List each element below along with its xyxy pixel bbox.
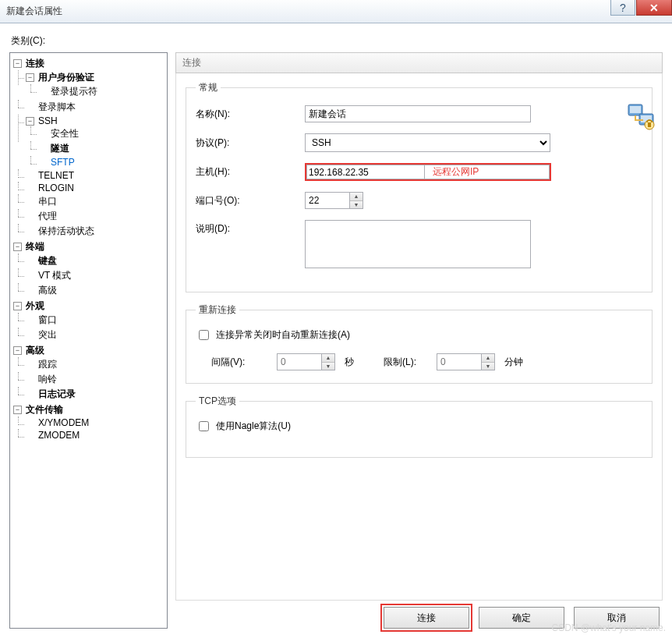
tree-login-prompt[interactable]: 登录提示符 <box>38 85 165 98</box>
limit-spinner: ▲▼ <box>482 353 495 370</box>
tree-telnet[interactable]: TELNET <box>26 170 165 181</box>
tree-trace[interactable]: 跟踪 <box>26 358 165 371</box>
interval-unit: 秒 <box>345 356 354 369</box>
limit-label: 限制(L): <box>384 356 430 369</box>
host-label: 主机(H): <box>196 165 305 179</box>
tree-keyboard[interactable]: 键盘 <box>26 254 165 268</box>
tree-rlogin[interactable]: RLOGIN <box>26 183 165 193</box>
tree-window[interactable]: 窗口 <box>26 314 165 327</box>
tree-serial[interactable]: 串口 <box>26 195 165 208</box>
desc-label: 说明(D): <box>196 220 305 236</box>
nagle-checkbox[interactable] <box>199 421 209 431</box>
tree-zmodem[interactable]: ZMODEM <box>26 430 165 441</box>
spin-up-icon: ▲ <box>482 354 494 363</box>
spin-up-icon: ▲ <box>322 354 334 363</box>
general-group: 常规 名称(N): 协议(P): SSH 主机(H): <box>186 81 653 292</box>
panel-title: 连接 <box>175 52 663 73</box>
tree-sftp[interactable]: SFTP <box>38 157 165 168</box>
tcp-group: TCP选项 使用Nagle算法(U) <box>186 395 653 458</box>
tree-ssh[interactable]: −SSH <box>26 115 165 126</box>
limit-unit: 分钟 <box>504 356 523 369</box>
port-label: 端口号(O): <box>196 194 305 207</box>
collapse-icon[interactable]: − <box>13 59 22 68</box>
host-annotation: 远程公网IP <box>425 165 550 179</box>
tree-proxy[interactable]: 代理 <box>26 210 165 223</box>
content-area: −连接 −用户身份验证 登录提示符 登录脚本 −SSH 安全性 <box>9 52 663 629</box>
tree-highlight[interactable]: 突出 <box>26 328 165 342</box>
interval-spinner: ▲▼ <box>322 353 335 370</box>
collapse-icon[interactable]: − <box>26 117 34 126</box>
name-label: 名称(N): <box>196 108 305 121</box>
tree-terminal[interactable]: −终端 <box>13 240 165 253</box>
close-button[interactable]: ✕ <box>636 0 672 16</box>
limit-input <box>437 353 482 370</box>
host-input[interactable] <box>306 165 425 179</box>
spin-down-icon: ▼ <box>322 363 334 370</box>
tcp-legend: TCP选项 <box>196 395 239 408</box>
window-controls: ? ✕ <box>610 0 672 16</box>
collapse-icon[interactable]: − <box>13 346 22 355</box>
spin-down-icon[interactable]: ▼ <box>350 201 363 209</box>
host-highlight: 远程公网IP <box>305 163 551 181</box>
tree-vt[interactable]: VT 模式 <box>26 269 165 282</box>
category-label: 类别(C): <box>11 34 663 48</box>
tree-user-auth[interactable]: −用户身份验证 <box>26 71 165 84</box>
tree-keepalive[interactable]: 保持活动状态 <box>26 225 165 238</box>
collapse-icon[interactable]: − <box>13 302 22 310</box>
tree-advanced-t[interactable]: 高级 <box>26 284 165 297</box>
name-input[interactable] <box>305 105 531 122</box>
ok-button[interactable]: 确定 <box>479 607 564 629</box>
connect-button[interactable]: 连接 <box>384 607 469 629</box>
auto-reconnect-label: 连接异常关闭时自动重新连接(A) <box>216 328 350 342</box>
protocol-select[interactable]: SSH <box>305 133 550 152</box>
tree-advanced[interactable]: −高级 <box>13 344 165 357</box>
svg-rect-5 <box>648 122 651 127</box>
collapse-icon[interactable]: − <box>13 243 22 251</box>
tree-connection[interactable]: −连接 <box>13 57 165 70</box>
dialog-window: 新建会话属性 ? ✕ 类别(C): −连接 −用户身份验证 登录提示符 <box>0 0 672 638</box>
port-input[interactable] <box>305 192 350 209</box>
main-panel: 连接 常规 名称(N): <box>175 52 663 629</box>
tree-xymodem[interactable]: X/YMODEM <box>26 417 165 428</box>
port-spinner[interactable]: ▲▼ <box>350 192 363 209</box>
collapse-icon[interactable]: − <box>26 73 34 82</box>
collapse-icon[interactable]: − <box>13 406 22 414</box>
tree-appearance[interactable]: −外观 <box>13 300 165 313</box>
general-legend: 常规 <box>196 81 221 94</box>
protocol-label: 协议(P): <box>196 136 305 150</box>
window-title: 新建会话属性 <box>6 5 62 18</box>
tree-file-transfer[interactable]: −文件传输 <box>13 403 165 416</box>
cancel-button[interactable]: 取消 <box>574 607 660 629</box>
reconnect-group: 重新连接 连接异常关闭时自动重新连接(A) 间隔(V): ▲▼ 秒 <box>186 303 653 384</box>
titlebar: 新建会话属性 ? ✕ <box>0 0 672 23</box>
category-tree[interactable]: −连接 −用户身份验证 登录提示符 登录脚本 −SSH 安全性 <box>9 52 168 629</box>
tree-security[interactable]: 安全性 <box>38 127 165 140</box>
tree-bell[interactable]: 响铃 <box>26 373 165 386</box>
spin-down-icon: ▼ <box>482 363 494 370</box>
spin-up-icon[interactable]: ▲ <box>350 193 363 201</box>
tree-login-script[interactable]: 登录脚本 <box>26 101 165 114</box>
auto-reconnect-checkbox[interactable] <box>199 330 209 340</box>
reconnect-legend: 重新连接 <box>196 303 239 317</box>
desc-textarea[interactable] <box>305 220 531 268</box>
nagle-label: 使用Nagle算法(U) <box>216 420 291 433</box>
tree-tunnel[interactable]: 隧道 <box>38 142 165 155</box>
help-button[interactable]: ? <box>610 0 635 16</box>
interval-input <box>277 353 322 370</box>
dialog-body: 类别(C): −连接 −用户身份验证 登录提示符 登录脚本 −SSH <box>0 23 672 638</box>
tree-logging[interactable]: 日志记录 <box>26 388 165 401</box>
interval-label: 间隔(V): <box>211 356 271 369</box>
panel-body: 常规 名称(N): 协议(P): SSH 主机(H): <box>175 73 663 601</box>
footer: 连接 确定 取消 <box>175 601 663 629</box>
